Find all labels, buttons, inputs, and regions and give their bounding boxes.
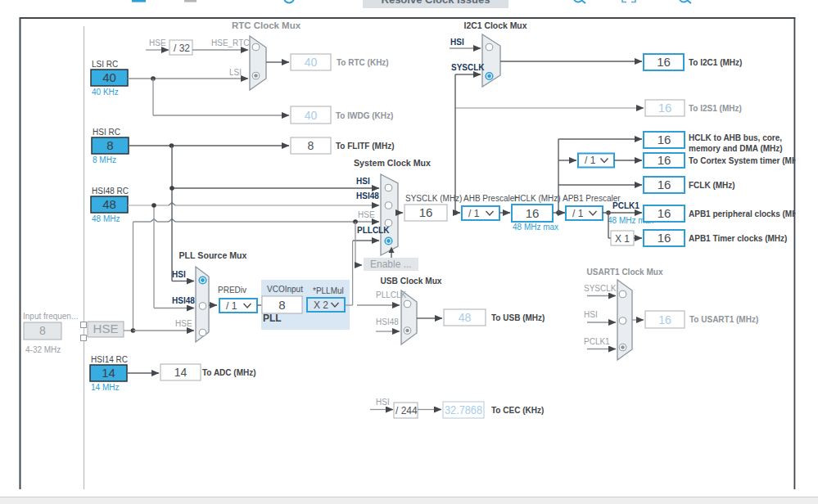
svg-text:48: 48 <box>459 311 472 324</box>
svg-text:LSI RC: LSI RC <box>92 60 118 69</box>
svg-text:4-32 MHz: 4-32 MHz <box>25 345 61 354</box>
svg-text:HSI48: HSI48 <box>376 317 399 326</box>
svg-text:PCLK1: PCLK1 <box>612 201 639 210</box>
svg-text:16: 16 <box>658 153 671 167</box>
svg-text:HSE_RTC: HSE_RTC <box>211 38 250 47</box>
svg-text:PLLCLK: PLLCLK <box>357 226 390 235</box>
svg-text:14 MHz: 14 MHz <box>91 383 119 392</box>
svg-text:To FLITF (MHz): To FLITF (MHz) <box>336 142 394 151</box>
svg-text:FCLK (MHz): FCLK (MHz) <box>689 181 735 190</box>
svg-text:40 KHz: 40 KHz <box>92 88 119 97</box>
svg-text:To IWDG (KHz): To IWDG (KHz) <box>336 111 393 120</box>
svg-text:16: 16 <box>658 101 672 115</box>
svg-text:8: 8 <box>106 138 113 152</box>
svg-text:8: 8 <box>308 139 314 152</box>
svg-text:/ 1: / 1 <box>226 300 237 312</box>
svg-text:SYSCLK: SYSCLK <box>584 284 617 293</box>
svg-text:APB1 peripheral clocks (MHz): APB1 peripheral clocks (MHz) <box>689 209 805 218</box>
svg-text:HSI: HSI <box>356 177 370 186</box>
svg-text:16: 16 <box>658 133 671 146</box>
svg-text:*PLLMul: *PLLMul <box>313 286 344 295</box>
svg-text:48: 48 <box>102 197 116 211</box>
svg-text:HSI: HSI <box>172 270 186 279</box>
svg-text:To RTC (KHz): To RTC (KHz) <box>337 58 389 67</box>
svg-text:40: 40 <box>305 56 318 69</box>
svg-text:To USART1 (MHz): To USART1 (MHz) <box>689 315 758 324</box>
svg-text:RTC Clock Mux: RTC Clock Mux <box>232 21 301 30</box>
svg-text:16: 16 <box>658 231 671 245</box>
svg-text:APB1 Timer clocks (MHz): APB1 Timer clocks (MHz) <box>689 234 787 243</box>
svg-text:40: 40 <box>305 109 318 122</box>
svg-text:System Clock Mux: System Clock Mux <box>354 159 431 168</box>
svg-text:/ 244: / 244 <box>395 405 418 416</box>
svg-text:HSI: HSI <box>376 398 390 407</box>
svg-text:USB Clock Mux: USB Clock Mux <box>381 277 442 286</box>
svg-text:14: 14 <box>102 366 115 380</box>
svg-text:40: 40 <box>102 70 116 84</box>
svg-text:8: 8 <box>278 298 285 312</box>
svg-text:LSI: LSI <box>229 68 242 77</box>
svg-text:HSI: HSI <box>584 310 598 319</box>
svg-text:AHB Prescaler: AHB Prescaler <box>463 194 517 203</box>
svg-text:HSI48: HSI48 <box>172 296 195 305</box>
svg-text:/ 1: / 1 <box>468 208 480 219</box>
svg-text:8: 8 <box>39 324 46 337</box>
svg-text:16: 16 <box>419 205 433 219</box>
svg-text:memory and DMA (MHz): memory and DMA (MHz) <box>689 144 783 153</box>
svg-text:To I2S1 (MHz): To I2S1 (MHz) <box>689 104 742 113</box>
svg-text:HSI48 RC: HSI48 RC <box>92 187 129 196</box>
svg-text:16: 16 <box>526 206 540 220</box>
svg-text:X 1: X 1 <box>615 233 630 245</box>
svg-text:PCLK1: PCLK1 <box>584 337 610 346</box>
svg-text:HSE: HSE <box>175 319 192 328</box>
svg-text:PLLCLK: PLLCLK <box>376 290 407 299</box>
svg-text:Resolve Clock Issues: Resolve Clock Issues <box>382 0 490 6</box>
svg-text:To Cortex System timer (MHz): To Cortex System timer (MHz) <box>689 156 805 165</box>
svg-text:Enable ...: Enable ... <box>370 259 412 270</box>
svg-text:SYSCLK (MHz): SYSCLK (MHz) <box>405 194 462 203</box>
svg-text:14: 14 <box>174 366 188 379</box>
svg-text:8 MHz: 8 MHz <box>93 155 116 164</box>
svg-text:To CEC (KHz): To CEC (KHz) <box>491 406 544 415</box>
svg-text:32.7868: 32.7868 <box>445 403 482 416</box>
svg-text:HSI48: HSI48 <box>356 191 379 200</box>
svg-text:PLL: PLL <box>263 313 282 324</box>
svg-text:To ADC (MHz): To ADC (MHz) <box>202 368 256 377</box>
svg-text:/ 1: / 1 <box>572 208 584 219</box>
svg-text:16: 16 <box>658 313 671 326</box>
svg-text:Input frequen...: Input frequen... <box>23 312 78 321</box>
svg-text:16: 16 <box>658 178 671 191</box>
svg-text:HSI: HSI <box>450 38 464 47</box>
svg-text:HCLK to AHB bus, core,: HCLK to AHB bus, core, <box>689 133 782 142</box>
svg-text:/ 32: / 32 <box>174 43 190 54</box>
svg-text:USART1 Clock Mux: USART1 Clock Mux <box>587 268 663 277</box>
svg-text:VCOInput: VCOInput <box>267 285 303 294</box>
svg-text:PLL Source Mux: PLL Source Mux <box>179 251 247 260</box>
svg-text:I2C1 Clock Mux: I2C1 Clock Mux <box>464 21 527 30</box>
svg-text:HSI14 RC: HSI14 RC <box>91 355 128 364</box>
svg-text:48 MHz max: 48 MHz max <box>513 223 558 232</box>
svg-text:HSE: HSE <box>358 210 375 219</box>
svg-text:PREDiv: PREDiv <box>218 286 246 295</box>
svg-text:HCLK (MHz): HCLK (MHz) <box>514 194 561 203</box>
svg-text:16: 16 <box>658 206 671 220</box>
svg-text:To USB (MHz): To USB (MHz) <box>491 313 545 322</box>
svg-text:48 MHz: 48 MHz <box>92 214 120 223</box>
svg-text:HSE: HSE <box>149 38 166 47</box>
svg-text:SYSCLK: SYSCLK <box>451 63 485 72</box>
svg-text:To I2C1 (MHz): To I2C1 (MHz) <box>689 58 742 67</box>
svg-text:HSI RC: HSI RC <box>93 128 120 137</box>
svg-text:X 2: X 2 <box>314 299 328 311</box>
svg-text:HSE: HSE <box>93 322 119 335</box>
svg-text:/ 1: / 1 <box>585 155 596 166</box>
svg-text:16: 16 <box>657 55 671 69</box>
